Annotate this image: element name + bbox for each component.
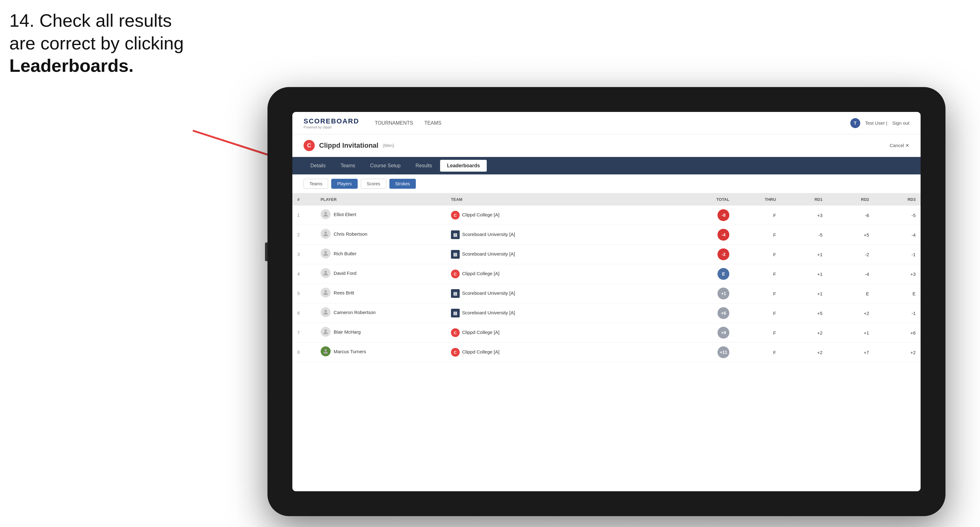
col-rd2: RD2 xyxy=(827,194,874,205)
cell-rd2: +5 xyxy=(827,225,874,245)
brand-logo: SCOREBOARD Powered by clippd xyxy=(304,117,359,129)
user-label: Test User | xyxy=(865,120,887,125)
tab-results[interactable]: Results xyxy=(409,160,439,171)
score-badge: -8 xyxy=(718,209,729,221)
player-name: Rich Butler xyxy=(334,251,356,256)
team-name: Clippd College [A] xyxy=(462,349,500,354)
nav-user-area: T Test User | Sign out xyxy=(850,118,909,128)
tournament-name: Clippd Invitational xyxy=(319,141,379,149)
instruction-text: 14. Check all results are correct by cli… xyxy=(10,10,184,77)
svg-point-9 xyxy=(325,349,326,351)
cell-thru: F xyxy=(734,284,781,303)
tab-course-setup[interactable]: Course Setup xyxy=(363,160,407,171)
leaderboard-table-container: # PLAYER TEAM TOTAL THRU RD1 RD2 RD3 1El… xyxy=(292,194,921,491)
table-row: 1Elliot EbertCClippd College [A]-8F+3-6-… xyxy=(292,205,921,225)
cell-thru: F xyxy=(734,264,781,284)
team-logo: ▤ xyxy=(451,309,460,317)
col-rd1: RD1 xyxy=(781,194,827,205)
score-badge: -2 xyxy=(718,248,729,260)
cell-total: +1 xyxy=(679,284,735,303)
cell-rd3: -5 xyxy=(874,205,921,225)
player-name: Marcus Turners xyxy=(334,349,366,354)
brand-subtitle: Powered by clippd xyxy=(304,125,359,129)
cell-rd3: +3 xyxy=(874,264,921,284)
nav-tournaments[interactable]: TOURNAMENTS xyxy=(375,119,413,127)
cell-total: +6 xyxy=(679,303,735,323)
filter-scores[interactable]: Scores xyxy=(361,179,386,189)
team-logo: C xyxy=(451,348,460,357)
player-avatar xyxy=(321,327,331,337)
team-name: Scoreboard University [A] xyxy=(462,290,515,296)
filter-teams[interactable]: Teams xyxy=(304,179,328,189)
tablet-screen: SCOREBOARD Powered by clippd TOURNAMENTS… xyxy=(292,112,921,491)
table-row: 7Blair McHargCClippd College [A]+9F+2+1+… xyxy=(292,323,921,343)
svg-point-4 xyxy=(325,251,326,253)
cell-player: Blair McHarg xyxy=(316,323,446,340)
cell-rd1: -5 xyxy=(781,225,827,245)
cell-rank: 3 xyxy=(292,245,316,264)
filter-strokes[interactable]: Strokes xyxy=(390,179,416,189)
player-avatar xyxy=(321,209,331,219)
brand-title: SCOREBOARD xyxy=(304,117,359,125)
tournament-title: C Clippd Invitational (Men) xyxy=(304,140,394,151)
sub-header: C Clippd Invitational (Men) Cancel ✕ xyxy=(292,134,921,157)
score-badge: E xyxy=(718,268,729,280)
player-avatar xyxy=(321,307,331,317)
cell-team: CClippd College [A] xyxy=(446,264,679,284)
tab-leaderboards[interactable]: Leaderboards xyxy=(440,160,487,171)
player-avatar xyxy=(321,268,331,278)
cell-rd1: +1 xyxy=(781,284,827,303)
cell-rd3: -1 xyxy=(874,245,921,264)
table-row: 6Cameron Robertson▤Scoreboard University… xyxy=(292,303,921,323)
cancel-button[interactable]: Cancel ✕ xyxy=(889,143,909,148)
nav-links: TOURNAMENTS TEAMS xyxy=(375,119,850,127)
cell-total: -8 xyxy=(679,205,735,225)
cell-rd3: +6 xyxy=(874,323,921,343)
cell-team: ▤Scoreboard University [A] xyxy=(446,225,679,245)
cell-rd2: E xyxy=(827,284,874,303)
cell-rd3: -4 xyxy=(874,225,921,245)
svg-point-7 xyxy=(325,310,326,312)
cell-player: Cameron Robertson xyxy=(316,303,446,321)
cell-rd1: +1 xyxy=(781,245,827,264)
cell-thru: F xyxy=(734,343,781,362)
cell-rd3: -1 xyxy=(874,303,921,323)
filter-players[interactable]: Players xyxy=(331,179,358,189)
nav-teams[interactable]: TEAMS xyxy=(424,119,441,127)
cell-rank: 6 xyxy=(292,303,316,323)
col-rd3: RD3 xyxy=(874,194,921,205)
cell-rd1: +2 xyxy=(781,343,827,362)
cell-rd2: -6 xyxy=(827,205,874,225)
score-badge: +11 xyxy=(718,346,729,358)
cell-rank: 8 xyxy=(292,343,316,362)
navbar: SCOREBOARD Powered by clippd TOURNAMENTS… xyxy=(292,112,921,134)
tournament-logo: C xyxy=(304,140,315,151)
cell-team: ▤Scoreboard University [A] xyxy=(446,303,679,323)
cell-player: Chris Robertson xyxy=(316,225,446,243)
tab-details[interactable]: Details xyxy=(304,160,332,171)
cell-rd2: +1 xyxy=(827,323,874,343)
table-row: 2Chris Robertson▤Scoreboard University [… xyxy=(292,225,921,245)
tablet-device: SCOREBOARD Powered by clippd TOURNAMENTS… xyxy=(267,87,945,516)
leaderboard-table: # PLAYER TEAM TOTAL THRU RD1 RD2 RD3 1El… xyxy=(292,194,921,362)
filter-row: Teams Players Scores Strokes xyxy=(292,175,921,194)
cell-team: CClippd College [A] xyxy=(446,323,679,343)
player-avatar xyxy=(321,287,331,298)
cell-thru: F xyxy=(734,323,781,343)
cell-total: -2 xyxy=(679,245,735,264)
player-avatar xyxy=(321,248,331,259)
cell-rd2: -4 xyxy=(827,264,874,284)
col-player: PLAYER xyxy=(316,194,446,205)
table-row: 5Rees Britt▤Scoreboard University [A]+1F… xyxy=(292,284,921,303)
cell-player: Marcus Turners xyxy=(316,343,446,360)
sign-out-link[interactable]: Sign out xyxy=(892,120,909,125)
user-avatar: T xyxy=(850,118,860,128)
svg-point-6 xyxy=(325,290,326,292)
cell-rd2: -2 xyxy=(827,245,874,264)
cell-thru: F xyxy=(734,303,781,323)
score-badge: -4 xyxy=(718,229,729,241)
cell-rank: 2 xyxy=(292,225,316,245)
tab-teams[interactable]: Teams xyxy=(334,160,362,171)
cell-player: David Ford xyxy=(316,264,446,282)
cell-thru: F xyxy=(734,225,781,245)
